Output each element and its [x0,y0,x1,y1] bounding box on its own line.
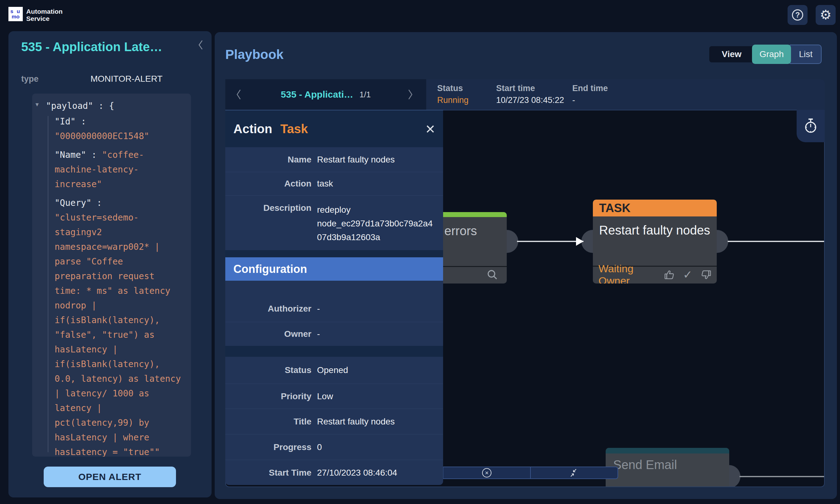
row-name: Name Restart faulty nodes [225,147,443,172]
edge-task-out [728,241,825,242]
alert-title: 535 - Application Late… [21,40,191,54]
task-node-type: TASK [593,200,717,216]
row-description: Description redeploy node_ec297d1a73b0c7… [225,195,443,250]
search-node-title: errors [444,224,477,238]
playbook-panel: Playbook View Graph List 535 - Applicati… [215,32,837,499]
view-toggle-label: View [709,46,754,62]
action-panel-header: Action Task × [225,110,443,147]
row-progress: Progress 0 [225,434,443,460]
action-header-type: Task [280,122,425,136]
row-status: Status Opened [225,357,443,384]
circle-x-icon: × [482,468,491,478]
row-owner: Owner - [225,322,443,346]
magnifier-icon [487,269,498,281]
help-button[interactable]: ? [788,5,807,25]
cancel-run-button[interactable]: × [443,467,530,479]
timeline-button[interactable] [797,110,825,142]
row-action: Action task [225,172,443,195]
thumbs-down-button[interactable] [701,270,711,280]
task-node-title: Restart faulty nodes [593,216,717,266]
chevron-left-icon [236,89,242,100]
end-time-value: - [572,95,608,105]
gear-icon: ⚙ [820,8,832,21]
configuration-section-header: Configuration [225,257,443,281]
chevron-left-icon [198,39,203,51]
app-title: Automation Service [26,8,63,22]
status-value: Running [437,95,496,105]
status-label: Status [437,84,496,93]
graph-toolbar: × [443,467,618,479]
logo-text-bottom: mo [12,14,20,19]
playbook-stepper: 535 - Applicati… 1/1 [225,79,426,110]
payload-json-viewer[interactable]: ▾ "payload" : { "Id" : "0000000000EC1548… [32,93,191,456]
type-label: type [21,74,39,84]
task-node-status: Waiting Owner [598,263,656,284]
alert-sidebar: 535 - Application Late… type MONITOR-ALE… [8,31,212,498]
email-node-header [606,448,729,453]
run-status-bar: Status Running Start time 10/27/23 08:45… [426,79,825,110]
edge-arrowhead [576,237,583,246]
type-value: MONITOR-ALERT [90,74,162,84]
payload-entry-name: "Name" : "coffee-machine-latency-increas… [55,147,183,192]
help-icon: ? [792,10,803,21]
compress-arrows-icon [569,468,579,478]
email-node[interactable]: Send Email [606,448,729,487]
settings-button[interactable]: ⚙ [816,5,836,25]
playbook-page-indicator: 1/1 [360,90,371,100]
page-title: Playbook [225,47,284,62]
view-graph-button[interactable]: Graph [752,44,791,64]
thumbs-up-button[interactable] [664,270,675,280]
view-toggle: View Graph List [709,44,822,65]
open-alert-button[interactable]: OPEN ALERT [44,467,176,487]
view-list-button[interactable]: List [790,44,822,64]
section-gap [225,346,443,357]
playbook-name: 535 - Applicati… [281,89,353,100]
next-playbook-button[interactable] [407,89,413,100]
logo-text-top: s u [10,9,21,14]
row-authorizer: Authorizer - [225,292,443,322]
payload-entry-query: "Query" : "cluster=sedemo-stagingv2 name… [55,196,183,456]
start-time-column: Start time 10/27/23 08:45:22 [496,84,572,110]
action-header-label: Action [233,122,272,136]
status-column: Status Running [437,84,496,110]
row-priority: Priority Low [225,384,443,409]
start-time-label: Start time [496,84,572,93]
chevron-right-icon [407,89,413,100]
action-details-panel: Action Task × Name Restart faulty nodes … [225,110,443,485]
section-gap [225,250,443,257]
task-node[interactable]: TASK Restart faulty nodes Waiting Owner … [593,200,717,284]
edge-email-out [739,476,825,477]
end-time-label: End time [572,84,608,93]
edge-search-to-task [517,241,583,242]
email-node-title: Send Email [606,453,729,472]
payload-entry-id: "Id" : "0000000000EC1548" [55,114,183,143]
config-spacer [225,281,443,292]
end-time-column: End time - [572,84,608,110]
close-icon[interactable]: × [426,123,435,135]
payload-entries: "Id" : "0000000000EC1548" "Name" : "coff… [55,114,183,456]
fit-view-button[interactable] [530,467,617,479]
collapse-triangle-icon[interactable]: ▾ [35,97,40,112]
row-start-time: Start Time 27/10/2023 08:46:04 [225,460,443,485]
previous-playbook-button[interactable] [236,89,242,100]
approve-check-button[interactable]: ✓ [683,268,693,281]
row-title: Title Restart faulty nodes [225,409,443,434]
collapse-panel-button[interactable] [198,39,203,51]
payload-root-key: "payload" : { [46,98,114,113]
sumo-logo: s u mo [8,7,23,21]
indent-guide [48,116,48,452]
start-time-value: 10/27/23 08:45:22 [496,95,572,105]
stopwatch-icon [804,118,818,134]
